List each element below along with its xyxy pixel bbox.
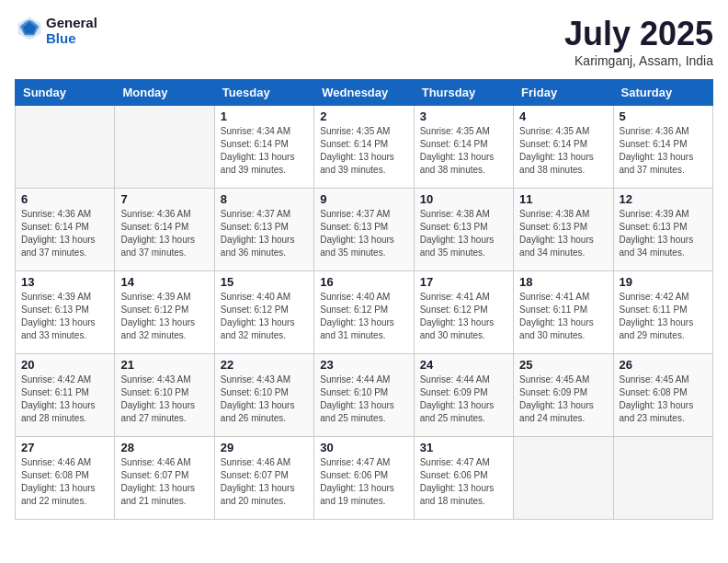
day-info: Sunrise: 4:42 AM Sunset: 6:11 PM Dayligh… (620, 291, 707, 342)
day-info: Sunrise: 4:37 AM Sunset: 6:13 PM Dayligh… (320, 208, 407, 259)
calendar-week-1: 1Sunrise: 4:34 AM Sunset: 6:14 PM Daylig… (16, 106, 713, 189)
day-number: 30 (320, 441, 407, 454)
calendar-cell: 16Sunrise: 4:40 AM Sunset: 6:12 PM Dayli… (314, 271, 414, 354)
month-title: July 2025 (564, 15, 713, 53)
day-number: 11 (519, 192, 607, 206)
day-number: 18 (519, 275, 607, 289)
day-number: 9 (320, 192, 407, 206)
calendar-cell: 14Sunrise: 4:39 AM Sunset: 6:12 PM Dayli… (115, 271, 214, 354)
day-info: Sunrise: 4:37 AM Sunset: 6:13 PM Dayligh… (221, 208, 308, 259)
day-info: Sunrise: 4:38 AM Sunset: 6:13 PM Dayligh… (519, 208, 607, 259)
day-number: 28 (120, 441, 208, 454)
calendar-cell: 25Sunrise: 4:45 AM Sunset: 6:09 PM Dayli… (514, 354, 613, 437)
day-number: 23 (320, 358, 407, 372)
day-number: 16 (320, 275, 407, 289)
day-info: Sunrise: 4:46 AM Sunset: 6:08 PM Dayligh… (21, 456, 108, 508)
weekday-header-row: SundayMondayTuesdayWednesdayThursdayFrid… (16, 80, 713, 106)
location: Karimganj, Assam, India (564, 53, 713, 68)
weekday-header-saturday: Saturday (613, 80, 712, 106)
day-info: Sunrise: 4:46 AM Sunset: 6:07 PM Dayligh… (120, 456, 208, 508)
calendar-week-5: 27Sunrise: 4:46 AM Sunset: 6:08 PM Dayli… (16, 437, 713, 520)
calendar-cell: 6Sunrise: 4:36 AM Sunset: 6:14 PM Daylig… (16, 189, 115, 271)
day-info: Sunrise: 4:47 AM Sunset: 6:06 PM Dayligh… (420, 456, 507, 508)
logo: General Blue (15, 15, 97, 47)
day-number: 31 (420, 441, 507, 454)
day-info: Sunrise: 4:38 AM Sunset: 6:13 PM Dayligh… (420, 208, 507, 259)
calendar-cell (16, 106, 115, 189)
weekday-header-friday: Friday (514, 80, 613, 106)
day-info: Sunrise: 4:45 AM Sunset: 6:09 PM Dayligh… (519, 373, 607, 425)
day-number: 17 (420, 275, 507, 289)
day-number: 26 (620, 358, 707, 372)
logo-general: General (46, 15, 97, 30)
calendar-cell: 13Sunrise: 4:39 AM Sunset: 6:13 PM Dayli… (16, 271, 115, 354)
calendar-cell: 18Sunrise: 4:41 AM Sunset: 6:11 PM Dayli… (514, 271, 613, 354)
calendar-cell: 1Sunrise: 4:34 AM Sunset: 6:14 PM Daylig… (214, 106, 313, 189)
day-number: 14 (120, 275, 208, 289)
day-info: Sunrise: 4:35 AM Sunset: 6:14 PM Dayligh… (420, 125, 507, 177)
day-number: 12 (620, 192, 707, 206)
day-info: Sunrise: 4:39 AM Sunset: 6:13 PM Dayligh… (21, 291, 108, 342)
day-number: 29 (221, 441, 308, 454)
calendar-cell: 8Sunrise: 4:37 AM Sunset: 6:13 PM Daylig… (214, 189, 313, 271)
calendar-cell (514, 437, 613, 520)
day-info: Sunrise: 4:36 AM Sunset: 6:14 PM Dayligh… (21, 208, 108, 259)
weekday-header-thursday: Thursday (414, 80, 513, 106)
calendar-cell: 15Sunrise: 4:40 AM Sunset: 6:12 PM Dayli… (214, 271, 313, 354)
calendar-cell: 23Sunrise: 4:44 AM Sunset: 6:10 PM Dayli… (314, 354, 414, 437)
calendar-cell: 19Sunrise: 4:42 AM Sunset: 6:11 PM Dayli… (613, 271, 712, 354)
calendar-week-3: 13Sunrise: 4:39 AM Sunset: 6:13 PM Dayli… (16, 271, 713, 354)
day-info: Sunrise: 4:46 AM Sunset: 6:07 PM Dayligh… (221, 456, 308, 508)
day-number: 15 (221, 275, 308, 289)
calendar-cell: 4Sunrise: 4:35 AM Sunset: 6:14 PM Daylig… (514, 106, 613, 189)
calendar-cell: 31Sunrise: 4:47 AM Sunset: 6:06 PM Dayli… (414, 437, 513, 520)
day-info: Sunrise: 4:44 AM Sunset: 6:09 PM Dayligh… (420, 373, 507, 425)
day-number: 25 (519, 358, 607, 372)
weekday-header-monday: Monday (115, 80, 214, 106)
weekday-header-wednesday: Wednesday (314, 80, 414, 106)
day-number: 4 (519, 109, 607, 123)
day-info: Sunrise: 4:35 AM Sunset: 6:14 PM Dayligh… (519, 125, 607, 177)
day-number: 22 (221, 358, 308, 372)
page-header: General Blue July 2025 Karimganj, Assam,… (15, 15, 713, 68)
day-number: 20 (21, 358, 108, 372)
day-number: 6 (21, 192, 108, 206)
day-info: Sunrise: 4:34 AM Sunset: 6:14 PM Dayligh… (221, 125, 308, 177)
calendar-week-4: 20Sunrise: 4:42 AM Sunset: 6:11 PM Dayli… (16, 354, 713, 437)
day-info: Sunrise: 4:45 AM Sunset: 6:08 PM Dayligh… (620, 373, 707, 425)
day-info: Sunrise: 4:40 AM Sunset: 6:12 PM Dayligh… (320, 291, 407, 342)
day-number: 13 (21, 275, 108, 289)
day-info: Sunrise: 4:39 AM Sunset: 6:12 PM Dayligh… (120, 291, 208, 342)
calendar-week-2: 6Sunrise: 4:36 AM Sunset: 6:14 PM Daylig… (16, 189, 713, 271)
calendar-cell: 3Sunrise: 4:35 AM Sunset: 6:14 PM Daylig… (414, 106, 513, 189)
title-block: July 2025 Karimganj, Assam, India (564, 15, 713, 68)
calendar-cell (613, 437, 712, 520)
calendar-cell: 17Sunrise: 4:41 AM Sunset: 6:12 PM Dayli… (414, 271, 513, 354)
day-info: Sunrise: 4:43 AM Sunset: 6:10 PM Dayligh… (221, 373, 308, 425)
day-number: 1 (221, 109, 308, 123)
calendar-cell: 30Sunrise: 4:47 AM Sunset: 6:06 PM Dayli… (314, 437, 414, 520)
day-number: 24 (420, 358, 507, 372)
day-number: 19 (620, 275, 707, 289)
day-number: 5 (620, 109, 707, 123)
calendar-cell: 9Sunrise: 4:37 AM Sunset: 6:13 PM Daylig… (314, 189, 414, 271)
day-number: 8 (221, 192, 308, 206)
calendar-cell: 22Sunrise: 4:43 AM Sunset: 6:10 PM Dayli… (214, 354, 313, 437)
day-info: Sunrise: 4:35 AM Sunset: 6:14 PM Dayligh… (320, 125, 407, 177)
day-info: Sunrise: 4:42 AM Sunset: 6:11 PM Dayligh… (21, 373, 108, 425)
day-number: 10 (420, 192, 507, 206)
calendar-table: SundayMondayTuesdayWednesdayThursdayFrid… (15, 79, 713, 520)
calendar-cell: 12Sunrise: 4:39 AM Sunset: 6:13 PM Dayli… (613, 189, 712, 271)
calendar-cell: 11Sunrise: 4:38 AM Sunset: 6:13 PM Dayli… (514, 189, 613, 271)
weekday-header-tuesday: Tuesday (214, 80, 313, 106)
day-info: Sunrise: 4:39 AM Sunset: 6:13 PM Dayligh… (620, 208, 707, 259)
day-number: 21 (120, 358, 208, 372)
day-info: Sunrise: 4:40 AM Sunset: 6:12 PM Dayligh… (221, 291, 308, 342)
day-info: Sunrise: 4:44 AM Sunset: 6:10 PM Dayligh… (320, 373, 407, 425)
day-info: Sunrise: 4:41 AM Sunset: 6:12 PM Dayligh… (420, 291, 507, 342)
day-info: Sunrise: 4:36 AM Sunset: 6:14 PM Dayligh… (620, 125, 707, 177)
calendar-cell: 5Sunrise: 4:36 AM Sunset: 6:14 PM Daylig… (613, 106, 712, 189)
day-number: 2 (320, 109, 407, 123)
calendar-body: 1Sunrise: 4:34 AM Sunset: 6:14 PM Daylig… (16, 106, 713, 520)
day-info: Sunrise: 4:47 AM Sunset: 6:06 PM Dayligh… (320, 456, 407, 508)
